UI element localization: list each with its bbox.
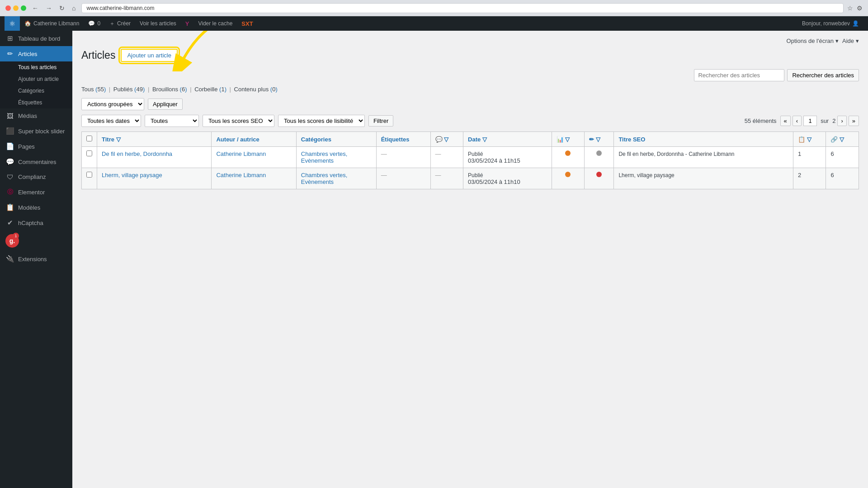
admin-bar-sxt[interactable]: SXT	[237, 16, 257, 31]
row2-checkbox[interactable]	[86, 172, 92, 178]
row1-category2-link[interactable]: Evènements	[301, 157, 334, 164]
actions-row: Actions groupées Appliquer	[81, 98, 859, 110]
minimize-dot[interactable]	[13, 5, 19, 11]
last-page-button[interactable]: »	[849, 116, 859, 126]
row1-col1-value: 1	[798, 150, 801, 157]
sidebar-item-pages[interactable]: 📄 Pages	[0, 139, 72, 154]
first-page-button[interactable]: «	[780, 116, 791, 126]
user-avatar: 👤	[852, 20, 859, 27]
admin-bar-comments[interactable]: 💬 0	[84, 16, 105, 31]
sidebar-item-g9[interactable]: g. 1	[0, 230, 72, 251]
help-button[interactable]: Aide ▾	[842, 38, 859, 44]
filter-button[interactable]: Filtrer	[368, 115, 393, 127]
th-extra1[interactable]: 📋 ▽	[793, 132, 826, 147]
sep1: |	[109, 86, 112, 93]
sidebar-g9-badge: 1	[13, 233, 19, 239]
admin-bar: ⚛ 🏠 Catherine Libmann 💬 0 ＋ Créer Voir l…	[0, 16, 868, 31]
th-title[interactable]: Titre ▽	[97, 132, 212, 147]
row2-category2-link[interactable]: Evènements	[301, 178, 334, 185]
th-seo[interactable]: 📊 ▽	[552, 132, 584, 147]
sidebar-item-complianz[interactable]: 🛡 Complianz	[0, 169, 72, 184]
admin-bar-cache[interactable]: Vider le cache	[193, 16, 237, 31]
readability-select[interactable]: Tous les scores de lisibilité	[278, 115, 365, 127]
th-date[interactable]: Date ▽	[463, 132, 552, 147]
apply-button[interactable]: Appliquer	[148, 99, 183, 110]
next-page-button[interactable]: ›	[837, 116, 846, 126]
sidebar-item-super-block[interactable]: ⬛ Super block slider	[0, 123, 72, 139]
th-comments[interactable]: 💬 ▽	[430, 132, 463, 147]
sidebar-submenu-categories[interactable]: Catégories	[0, 85, 72, 97]
sidebar-item-elementor[interactable]: ⓪ Elementor	[0, 184, 72, 200]
maximize-dot[interactable]	[21, 5, 26, 11]
sidebar-item-extensions[interactable]: 🔌 Extensions	[0, 251, 72, 267]
sidebar-elementor-label: Elementor	[18, 189, 45, 196]
pages-icon: 📄	[5, 142, 14, 150]
row2-seo-cell	[552, 168, 584, 189]
grouped-actions-select[interactable]: Actions groupées	[81, 98, 144, 110]
categories-label: Catégories	[18, 88, 44, 94]
top-bar: Options de l'écran ▾ Aide ▾	[81, 38, 859, 44]
star-icon[interactable]: ☆	[847, 5, 853, 12]
row2-author-link[interactable]: Catherine Libmann	[216, 172, 266, 178]
search-button[interactable]: Rechercher des articles	[787, 69, 859, 81]
tab-published[interactable]: Publiés (49)	[113, 86, 145, 93]
sidebar-item-modeles[interactable]: 📋 Modèles	[0, 200, 72, 215]
sidebar-pages-label: Pages	[18, 143, 35, 150]
sidebar-item-dashboard[interactable]: ⊞ Tableau de bord	[0, 31, 72, 46]
sidebar-submenu-add-article[interactable]: Ajouter un article	[0, 73, 72, 85]
admin-bar-user[interactable]: Bonjour, ronwebdev 👤	[797, 16, 863, 31]
th-extra2[interactable]: 🔗 ▽	[826, 132, 859, 147]
sidebar-item-articles[interactable]: ✏ Articles	[0, 46, 72, 61]
row1-author-link[interactable]: Catherine Libmann	[216, 150, 266, 157]
admin-bar-create[interactable]: ＋ Créer	[105, 16, 135, 31]
dates-filter-select[interactable]: Toutes les dates	[81, 115, 141, 127]
admin-bar-view-articles[interactable]: Voir les articles	[135, 16, 181, 31]
row1-category1-link[interactable]: Chambres vertes,	[301, 150, 348, 157]
admin-bar-right: Bonjour, ronwebdev 👤	[797, 16, 863, 31]
add-article-button[interactable]: Ajouter un article	[121, 49, 178, 62]
seo-score-select[interactable]: Tous les scores SEO	[203, 115, 274, 127]
sidebar-submenu-tags[interactable]: Étiquettes	[0, 97, 72, 108]
close-dot[interactable]	[5, 5, 11, 11]
row1-seo-title-text: De fil en herbe, Dordonnha - Catherine L…	[618, 151, 734, 157]
admin-bar-yoast[interactable]: Y	[181, 16, 194, 31]
row1-checkbox[interactable]	[86, 150, 92, 156]
row1-col2-cell: 6	[826, 147, 859, 168]
tab-drafts[interactable]: Brouillons (6)	[152, 86, 187, 93]
sidebar-submenu-all-articles[interactable]: Tous les articles	[0, 61, 72, 73]
tab-trash[interactable]: Corbeille (1)	[194, 86, 226, 93]
search-input[interactable]	[694, 69, 784, 81]
settings-icon[interactable]: ⚙	[857, 5, 863, 12]
row2-category1-link[interactable]: Chambres vertes,	[301, 172, 348, 178]
th-checkbox	[82, 132, 97, 147]
sidebar-item-comments[interactable]: 💬 Commentaires	[0, 154, 72, 169]
sidebar-item-hcaptcha[interactable]: ✔ hCaptcha	[0, 215, 72, 230]
row2-title-link[interactable]: Lherm, village paysage	[102, 172, 162, 178]
sidebar-item-media[interactable]: 🖼 Médias	[0, 108, 72, 123]
th-readability[interactable]: ✏ ▽	[585, 132, 614, 147]
back-button[interactable]: ←	[30, 4, 41, 13]
plus-icon: ＋	[109, 20, 115, 28]
home-button[interactable]: ⌂	[70, 4, 78, 13]
browser-nav: ← → ↻ ⌂	[30, 4, 78, 13]
row1-title-link[interactable]: De fil en herbe, Dordonnha	[102, 150, 172, 157]
reload-button[interactable]: ↻	[57, 4, 67, 13]
th-categories-label: Catégories	[301, 136, 331, 143]
categories-filter-select[interactable]: Toutes	[145, 115, 199, 127]
table-row: De fil en herbe, Dordonnha Catherine Lib…	[82, 147, 859, 168]
table-row: Lherm, village paysage Catherine Libmann…	[82, 168, 859, 189]
page-number-input[interactable]	[803, 116, 817, 126]
address-bar[interactable]: www.catherine-libmann.com	[81, 3, 844, 13]
wordpress-logo[interactable]: ⚛	[5, 16, 20, 31]
screen-options[interactable]: Options de l'écran ▾	[787, 38, 839, 44]
row2-status: Publié	[468, 172, 483, 178]
forward-button[interactable]: →	[43, 4, 54, 13]
prev-page-button[interactable]: ‹	[793, 116, 802, 126]
th-author-label: Auteur / autrice	[216, 136, 259, 143]
select-all-checkbox[interactable]	[86, 136, 92, 141]
tab-all[interactable]: Tous (55)	[81, 86, 106, 93]
tab-content-plus[interactable]: Contenu plus (0)	[234, 86, 278, 93]
row1-comments-dash: —	[435, 150, 441, 157]
admin-bar-site[interactable]: 🏠 Catherine Libmann	[20, 16, 84, 31]
filter-tabs: Tous (55) | Publiés (49) | Brouillons (6…	[81, 86, 859, 93]
